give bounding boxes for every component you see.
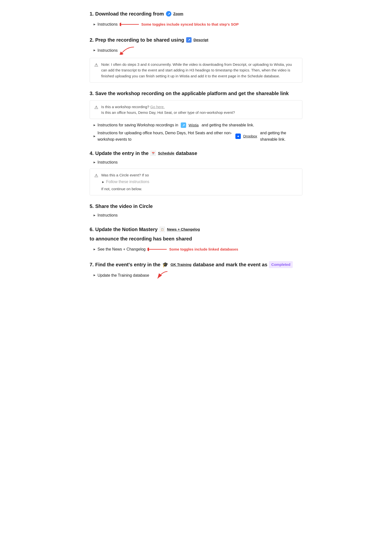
step3-callout-content: Is this a workshop recording? Go here. I… — [101, 104, 298, 116]
step6-heading-text: Update the Notion Mastery — [95, 225, 158, 233]
step3-toggle2-suffix: and getting the shareable link. — [260, 130, 302, 142]
step3-number: 3. — [90, 89, 94, 97]
step2-toggle-row: ▶ Instructions — [90, 46, 302, 55]
step3-callout-icon: ⚠ — [94, 104, 98, 111]
step4-callout-icon: ⚠ — [94, 172, 98, 179]
step3-block: 3. Save the workshop recording on the ap… — [90, 89, 302, 142]
step4-toggle-label: Instructions — [98, 159, 118, 166]
schedule-icon: 📅 — [150, 151, 156, 156]
svg-text:📅: 📅 — [152, 152, 155, 155]
step4-callout-line2: If not, continue on below. — [101, 186, 149, 192]
descript-icon: ↗ — [186, 37, 192, 43]
step4-heading-suffix: database — [176, 149, 197, 157]
step3-toggle-wistia[interactable]: ▶ Instructions for saving Workshop recor… — [94, 122, 302, 128]
step5-heading: 5. Share the video in Circle — [90, 202, 302, 210]
svg-text:✦: ✦ — [237, 135, 239, 138]
step1-toggle-row: ▶ Instructions Some toggles include sync… — [90, 20, 302, 29]
step1-toggle-label: Instructions — [98, 21, 118, 28]
svg-text:↗: ↗ — [182, 123, 185, 127]
step7-block: 7. Find the event's entry in the 🎓 GK Tr… — [90, 261, 302, 280]
step2-block: 2. Prep the recording to be shared using… — [90, 36, 302, 83]
step6-heading-suffix: to announce the recording has been share… — [90, 235, 192, 243]
step7-number: 7. — [90, 261, 94, 269]
zoom-link[interactable]: Zoom — [173, 11, 183, 17]
dropbox-link[interactable]: Dropbox — [243, 133, 257, 139]
step7-arrow-svg — [155, 271, 170, 280]
step6-toggle-label: See the News + Changelog — [98, 246, 146, 253]
step7-arrow — [155, 271, 170, 280]
step7-heading-text: Find the event's entry in the — [95, 261, 161, 269]
step1-arrow-svg — [120, 21, 139, 28]
step4-heading-text: Update the entry in the — [95, 149, 149, 157]
step5-toggle[interactable]: ▶ Instructions — [94, 212, 302, 219]
step7-completed-badge: Completed — [269, 261, 293, 268]
step3-toggle1-arrow: ▶ — [94, 123, 96, 127]
step6-toggle[interactable]: ▶ See the News + Changelog — [94, 246, 146, 253]
step3-toggle1-suffix: and getting the shareable link. — [202, 122, 254, 128]
step6-annotation: Some toggles include linked databases — [147, 246, 238, 253]
step1-annotation-text: Some toggles include synced blocks to th… — [141, 21, 239, 27]
step2-callout-content: Note: I often do steps 3 and 4 concurren… — [101, 62, 298, 79]
step1-number: 1. — [90, 10, 94, 18]
step4-nested-arrow: ▶ — [102, 180, 104, 184]
descript-link[interactable]: Descript — [194, 37, 208, 43]
step2-number: 2. — [90, 36, 94, 44]
step1-heading-text: Download the recording from — [95, 10, 164, 18]
step2-heading-text: Prep the recording to be shared using — [95, 36, 184, 44]
step4-toggle-arrow: ▶ — [94, 160, 96, 164]
step2-arrow — [120, 46, 134, 55]
step2-toggle[interactable]: ▶ Instructions — [94, 47, 118, 54]
step2-arrow-svg — [120, 46, 134, 55]
step5-block: 5. Share the video in Circle ▶ Instructi… — [90, 202, 302, 219]
step4-nested-toggle[interactable]: ▶ Follow these instructions — [101, 179, 149, 185]
step6-block: 6. Update the Notion Mastery 📋 News + Ch… — [90, 225, 302, 254]
training-link[interactable]: GK Training — [170, 262, 191, 268]
step4-callout-content: Was this a Circle event? If so ▶ Follow … — [101, 172, 149, 192]
step6-number: 6. — [90, 225, 94, 233]
step3-callout: ⚠ Is this a workshop recording? Go here.… — [90, 100, 302, 119]
page-content: 1. Download the recording from ↗ Zoom ▶ … — [90, 10, 302, 280]
step5-toggle-arrow: ▶ — [94, 213, 96, 217]
step4-callout-line1: Was this a Circle event? If so — [101, 172, 149, 178]
step7-toggle-row: ▶ Update the Training database — [90, 271, 302, 280]
step3-go-here-link[interactable]: Go here. — [150, 105, 164, 109]
dropbox-icon: ✦ — [235, 134, 241, 139]
step3-callout-line2: Is this an office hours, Demo Day, Hot S… — [101, 110, 298, 115]
step1-toggle[interactable]: ▶ Instructions — [94, 21, 118, 28]
step5-number: 5. — [90, 202, 94, 210]
step6-annotation-text: Some toggles include linked databases — [169, 246, 238, 252]
step1-heading: 1. Download the recording from ↗ Zoom — [90, 10, 302, 18]
step6-arrow-svg — [147, 246, 167, 253]
step2-callout-icon: ⚠ — [94, 62, 98, 69]
svg-text:↗: ↗ — [187, 38, 190, 42]
step6-toggle-row: ▶ See the News + Changelog Some toggles … — [90, 245, 302, 254]
step7-toggle-label: Update the Training database — [98, 272, 149, 279]
step4-callout: ⚠ Was this a Circle event? If so ▶ Follo… — [90, 169, 302, 195]
step7-toggle[interactable]: ▶ Update the Training database — [94, 272, 149, 279]
step3-callout-line1: Is this a workshop recording? Go here. — [101, 104, 298, 110]
step4-block: 4. Update the entry in the 📅 Schedule da… — [90, 149, 302, 195]
wistia-link[interactable]: Wistia — [189, 122, 199, 128]
step6-toggle-arrow: ▶ — [94, 247, 96, 251]
step4-toggle[interactable]: ▶ Instructions — [94, 159, 302, 166]
step7-toggle-arrow: ▶ — [94, 273, 96, 277]
step2-heading: 2. Prep the recording to be shared using… — [90, 36, 302, 44]
step3-toggle2-label: Instructions for uploading office hours,… — [98, 130, 233, 142]
step6-heading: 6. Update the Notion Mastery 📋 News + Ch… — [90, 225, 302, 243]
wistia-icon: ↗ — [181, 122, 186, 128]
step2-toggle-arrow: ▶ — [94, 48, 96, 52]
schedule-link[interactable]: Schedule — [158, 150, 174, 156]
news-link[interactable]: News + Changelog — [167, 226, 200, 232]
news-icon: 📋 — [160, 227, 165, 232]
step4-heading: 4. Update the entry in the 📅 Schedule da… — [90, 149, 302, 157]
step3-toggle-dropbox[interactable]: ▶ Instructions for uploading office hour… — [94, 130, 302, 142]
svg-text:📋: 📋 — [161, 228, 164, 231]
step5-heading-text: Share the video in Circle — [95, 202, 153, 210]
step1-toggle-arrow: ▶ — [94, 22, 96, 26]
step2-toggle-label: Instructions — [98, 47, 118, 54]
step2-callout-text: Note: I often do steps 3 and 4 concurren… — [101, 62, 292, 78]
step2-callout: ⚠ Note: I often do steps 3 and 4 concurr… — [90, 58, 302, 83]
step5-toggle-label: Instructions — [98, 212, 118, 219]
step1-annotation: Some toggles include synced blocks to th… — [120, 21, 239, 28]
step4-callout-inner: ⚠ Was this a Circle event? If so ▶ Follo… — [94, 172, 149, 192]
